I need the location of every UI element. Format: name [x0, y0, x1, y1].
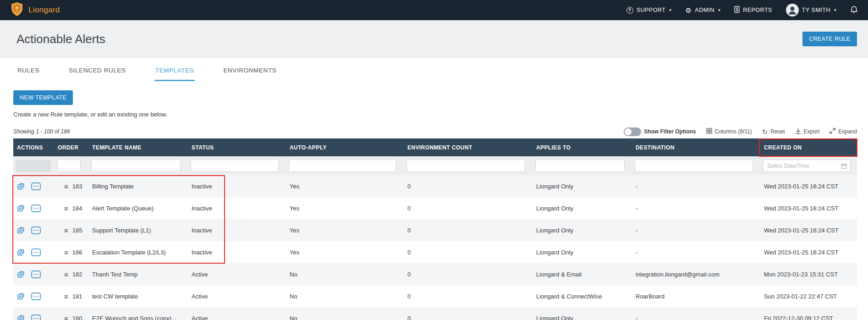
applies-to-cell: Liongard Only — [532, 205, 631, 212]
auto-apply-cell: No — [285, 271, 403, 278]
top-nav: Liongard ? SUPPORT ▾ ⚙ ADMIN ▾ R — [0, 0, 868, 20]
table-row[interactable]: ≡ 185 Support Template (L1) Inactive Yes… — [13, 219, 857, 241]
environment-count-cell: 0 — [403, 249, 532, 256]
status-cell: Active — [187, 293, 285, 300]
auto-apply-cell: Yes — [285, 249, 403, 256]
order-filter-input[interactable] — [57, 160, 81, 172]
created-on-filter-input[interactable] — [763, 160, 851, 172]
destination-filter-input[interactable] — [635, 160, 753, 172]
tab-templates[interactable]: TEMPLATES — [154, 67, 195, 81]
toggle-switch[interactable] — [624, 127, 641, 136]
table-row[interactable]: ≡ 184 Alert Template (Queue) Inactive Ye… — [13, 197, 857, 219]
copy-template-button[interactable] — [17, 248, 25, 256]
copy-template-button[interactable] — [17, 292, 25, 300]
header-status[interactable]: STATUS — [187, 144, 285, 151]
table-row[interactable]: ≡ 186 Escalation Template (L2/L3) Inacti… — [13, 241, 857, 263]
reports-label: REPORTS — [743, 7, 772, 13]
destination-cell: - — [631, 183, 759, 190]
reset-label: Reset — [770, 128, 785, 135]
drag-handle-icon[interactable]: ≡ — [64, 270, 68, 278]
copy-template-button[interactable] — [17, 204, 25, 212]
order-value: 186 — [72, 249, 82, 256]
row-options-button[interactable] — [31, 182, 41, 190]
header-environment-count[interactable]: ENVIRONMENT COUNT — [403, 144, 532, 151]
environment-count-filter-input[interactable] — [407, 160, 525, 172]
brand[interactable]: Liongard — [10, 2, 60, 18]
reports-menu[interactable]: REPORTS — [734, 6, 772, 14]
drag-handle-icon[interactable]: ≡ — [64, 248, 68, 256]
header-applies-to[interactable]: APPLIES TO — [532, 144, 631, 151]
tab-bar: RULES SILENCED RULES TEMPLATES ENVIRONME… — [0, 67, 868, 81]
toggle-knob — [625, 128, 632, 135]
header-order[interactable]: ORDER — [53, 144, 88, 151]
user-name: TY SMITH — [802, 7, 830, 13]
header-template-name[interactable]: TEMPLATE NAME — [88, 144, 187, 151]
drag-handle-icon[interactable]: ≡ — [64, 292, 68, 300]
columns-button[interactable]: Columns (9/11) — [706, 128, 752, 135]
row-options-button[interactable] — [31, 314, 41, 320]
applies-to-cell: Liongard Only — [532, 249, 631, 256]
table-row[interactable]: ≡ 183 Billing Template Inactive Yes 0 Li… — [13, 175, 857, 197]
table-row[interactable]: ≡ 182 Thanh Test Temp Active No 0 Lionga… — [13, 263, 857, 285]
table-toolbar: Showing 1 - 100 of 186 Show Filter Optio… — [13, 127, 857, 136]
expand-button[interactable]: Expand — [830, 128, 857, 135]
copy-template-button[interactable] — [17, 226, 25, 234]
row-options-button[interactable] — [31, 204, 41, 212]
applies-to-filter-input[interactable] — [535, 160, 625, 172]
header-created-on[interactable]: CREATED ON — [759, 144, 857, 151]
support-menu[interactable]: ? SUPPORT ▾ — [626, 7, 672, 14]
auto-apply-filter-input[interactable] — [289, 160, 396, 172]
status-cell: Inactive — [187, 249, 285, 256]
user-menu[interactable]: TY SMITH ▾ — [786, 4, 836, 17]
tab-silenced-rules[interactable]: SILENCED RULES — [68, 67, 127, 81]
export-button[interactable]: Export — [795, 128, 820, 136]
report-icon — [734, 6, 740, 14]
applies-to-cell: Liongard Only — [532, 227, 631, 234]
reset-button[interactable]: ↻ Reset — [762, 128, 785, 135]
order-cell: ≡ 182 — [53, 270, 88, 278]
destination-cell: - — [631, 249, 759, 256]
tab-rules[interactable]: RULES — [16, 67, 40, 81]
table-row[interactable]: ≡ 181 test CW template Active No 0 Liong… — [13, 285, 857, 307]
row-options-button[interactable] — [31, 248, 41, 256]
calendar-icon — [841, 163, 847, 169]
copy-template-button[interactable] — [17, 182, 25, 190]
header-auto-apply[interactable]: AUTO-APPLY — [285, 144, 403, 151]
row-options-button[interactable] — [31, 270, 41, 278]
environment-count-cell: 0 — [403, 271, 532, 278]
copy-template-button[interactable] — [17, 270, 25, 278]
brand-name: Liongard — [28, 6, 60, 15]
chevron-down-icon: ▾ — [718, 8, 720, 12]
row-options-button[interactable] — [31, 226, 41, 234]
show-filter-options-toggle[interactable]: Show Filter Options — [624, 127, 696, 136]
destination-cell: - — [631, 205, 759, 212]
header-destination[interactable]: DESTINATION — [631, 144, 759, 151]
status-cell: Inactive — [187, 227, 285, 234]
status-cell: Inactive — [187, 205, 285, 212]
actions-cell — [13, 292, 53, 300]
admin-label: ADMIN — [695, 7, 714, 13]
applies-to-cell: Liongard & Email — [532, 271, 631, 278]
create-rule-button[interactable]: CREATE RULE — [802, 32, 857, 46]
drag-handle-icon[interactable]: ≡ — [64, 314, 68, 320]
header-actions[interactable]: ACTIONS — [13, 144, 53, 151]
export-label: Export — [804, 128, 820, 135]
drag-handle-icon[interactable]: ≡ — [64, 182, 68, 190]
admin-menu[interactable]: ⚙ ADMIN ▾ — [685, 7, 720, 14]
drag-handle-icon[interactable]: ≡ — [64, 204, 68, 212]
table-body: ≡ 183 Billing Template Inactive Yes 0 Li… — [13, 175, 857, 320]
notifications-button[interactable] — [850, 6, 858, 15]
reset-icon: ↻ — [762, 128, 768, 135]
drag-handle-icon[interactable]: ≡ — [64, 226, 68, 234]
template-name-filter-input[interactable] — [91, 160, 181, 172]
new-template-button[interactable]: NEW TEMPLATE — [13, 90, 73, 105]
status-filter-input[interactable] — [191, 160, 279, 172]
table-row[interactable]: ≡ 180 E2E Wunsch and Sons (copy) Active … — [13, 307, 857, 320]
copy-template-button[interactable] — [17, 314, 25, 320]
row-options-button[interactable] — [31, 292, 41, 300]
applies-to-cell: Liongard Only — [532, 183, 631, 190]
tab-environments[interactable]: ENVIRONMENTS — [222, 67, 277, 81]
template-name-cell: Billing Template — [88, 183, 187, 190]
actions-cell — [13, 204, 53, 212]
destination-cell: RoarBoard — [631, 293, 759, 300]
